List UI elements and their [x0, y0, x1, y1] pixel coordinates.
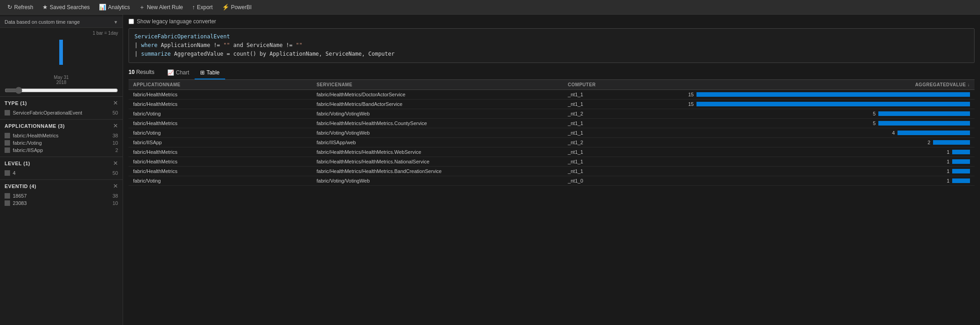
- cell-servicename: fabric/Voting/VotingWeb: [312, 176, 563, 185]
- query-box[interactable]: ServiceFabricOperationalEvent | where Ap…: [129, 28, 975, 63]
- cell-servicename: fabric/HealthMetrics/HealthMetrics.WebSe…: [312, 147, 563, 157]
- bar-cell: 5: [685, 111, 970, 116]
- filter-item-count: 10: [113, 200, 118, 206]
- filter-close-applicationname[interactable]: ✕: [113, 122, 118, 129]
- cell-aggregatedvalue: 15: [680, 99, 975, 109]
- bar-cell: 1: [685, 159, 970, 164]
- table-row[interactable]: fabric/HealthMetricsfabric/HealthMetrics…: [129, 166, 975, 176]
- cell-applicationname: fabric/HealthMetrics: [129, 118, 312, 128]
- table-row[interactable]: fabric/Votingfabric/Voting/VotingWeb_nt1…: [129, 128, 975, 137]
- cell-servicename: fabric/HealthMetrics/DoctorActorService: [312, 89, 563, 99]
- cell-computer: _nt1_1: [563, 99, 680, 109]
- table-row[interactable]: fabric/HealthMetricsfabric/HealthMetrics…: [129, 89, 975, 99]
- filter-close-level[interactable]: ✕: [113, 160, 118, 167]
- cell-servicename: fabric/IISApp/web: [312, 137, 563, 147]
- cell-computer: _nt1_2: [563, 137, 680, 147]
- time-range-header[interactable]: Data based on custom time range ▼: [0, 16, 123, 28]
- cell-applicationname: fabric/HealthMetrics: [129, 89, 312, 99]
- col-computer: COMPUTER: [563, 80, 680, 90]
- col-servicename: SERVICENAME: [312, 80, 563, 90]
- histogram-canvas: [5, 37, 118, 74]
- bar-visual: [952, 159, 970, 164]
- new-alert-button[interactable]: ＋ New Alert Rule: [135, 1, 186, 13]
- tab-table[interactable]: ⊞ Table: [195, 68, 225, 79]
- analytics-button[interactable]: 📊 Analytics: [95, 2, 134, 12]
- bar-visual: [878, 121, 970, 126]
- cell-applicationname: fabric/Voting: [129, 128, 312, 137]
- table-row[interactable]: fabric/HealthMetricsfabric/HealthMetrics…: [129, 147, 975, 157]
- bar-value-label: 4: [886, 130, 895, 136]
- filter-close-eventid[interactable]: ✕: [113, 183, 118, 189]
- cell-applicationname: fabric/Voting: [129, 109, 312, 118]
- cell-applicationname: fabric/HealthMetrics: [129, 166, 312, 176]
- cell-computer: _nt1_1: [563, 118, 680, 128]
- content-area: Show legacy language converter ServiceFa…: [123, 15, 980, 325]
- col-aggregatedvalue: AGGREGATEDVALUE ↓: [680, 80, 975, 90]
- filter-item[interactable]: fabric:/IISApp2: [5, 147, 118, 154]
- bar-visual: [696, 102, 970, 106]
- filter-item-left: 23083: [5, 200, 27, 206]
- filter-item[interactable]: fabric:/Voting10: [5, 139, 118, 147]
- table-tab-label: Table: [206, 69, 220, 76]
- chart-icon: 📈: [167, 69, 174, 76]
- cell-applicationname: fabric/Voting: [129, 176, 312, 185]
- bar-value-label: 15: [685, 92, 694, 97]
- filter-close-type[interactable]: ✕: [113, 100, 118, 106]
- bar-visual: [952, 169, 970, 173]
- filter-item-name: 18657: [13, 193, 27, 199]
- analytics-icon: 📊: [99, 4, 106, 10]
- bar-value-label: 5: [867, 121, 876, 126]
- chart-tab-label: Chart: [176, 69, 189, 76]
- results-table: APPLICATIONNAME SERVICENAME COMPUTER AGG…: [129, 80, 975, 186]
- bar-cell: 4: [685, 130, 970, 136]
- histogram-date: May 312018: [5, 75, 118, 85]
- results-count: 10 Results: [129, 69, 155, 78]
- bar-cell: 15: [685, 101, 970, 107]
- filter-item[interactable]: 1865738: [5, 192, 118, 199]
- cell-computer: _nt1_1: [563, 147, 680, 157]
- legacy-checkbox[interactable]: [129, 19, 134, 24]
- toolbar: ↻ Refresh ★ Saved Searches 📊 Analytics ＋…: [0, 0, 980, 15]
- table-header: APPLICATIONNAME SERVICENAME COMPUTER AGG…: [129, 80, 975, 90]
- new-alert-label: New Alert Rule: [147, 4, 183, 10]
- cell-servicename: fabric/HealthMetrics/HealthMetrics.BandC…: [312, 166, 563, 176]
- filter-item[interactable]: 450: [5, 169, 118, 177]
- powerbi-button[interactable]: ⚡ PowerBI: [218, 2, 255, 12]
- bar-visual: [696, 92, 970, 97]
- table-row[interactable]: fabric/HealthMetricsfabric/HealthMetrics…: [129, 118, 975, 128]
- table-body: fabric/HealthMetricsfabric/HealthMetrics…: [129, 89, 975, 185]
- cell-computer: _nt1_1: [563, 157, 680, 166]
- table-row[interactable]: fabric/HealthMetricsfabric/HealthMetrics…: [129, 99, 975, 109]
- cell-aggregatedvalue: 1: [680, 147, 975, 157]
- filter-item[interactable]: fabric:/HealthMetrics38: [5, 132, 118, 139]
- filter-title-applicationname: APPLICATIONNAME (3): [5, 123, 65, 129]
- filter-checkbox-icon: [5, 140, 10, 146]
- cell-computer: _nt1_1: [563, 128, 680, 137]
- filter-header-level: LEVEL (1)✕: [5, 160, 118, 167]
- filter-checkbox-icon: [5, 170, 10, 176]
- filter-item-name: 4: [13, 170, 15, 176]
- table-row[interactable]: fabric/Votingfabric/Voting/VotingWeb_nt1…: [129, 109, 975, 118]
- table-row[interactable]: fabric/HealthMetricsfabric/HealthMetrics…: [129, 157, 975, 166]
- table-row[interactable]: fabric/Votingfabric/Voting/VotingWeb_nt1…: [129, 176, 975, 185]
- refresh-button[interactable]: ↻ Refresh: [4, 2, 37, 12]
- cell-servicename: fabric/Voting/VotingWeb: [312, 109, 563, 118]
- saved-searches-button[interactable]: ★ Saved Searches: [39, 2, 93, 12]
- tab-chart[interactable]: 📈 Chart: [162, 68, 195, 79]
- powerbi-icon: ⚡: [222, 4, 229, 10]
- cell-aggregatedvalue: 2: [680, 137, 975, 147]
- star-icon: ★: [42, 4, 48, 10]
- filter-title-type: TYPE (1): [5, 100, 27, 106]
- table-row[interactable]: fabric/IISAppfabric/IISApp/web_nt1_22: [129, 137, 975, 147]
- export-button[interactable]: ↑ Export: [189, 2, 217, 12]
- table-scroll-area[interactable]: APPLICATIONNAME SERVICENAME COMPUTER AGG…: [129, 80, 975, 321]
- histogram-slider[interactable]: [5, 87, 118, 94]
- bar-value-label: 2: [921, 140, 930, 145]
- filter-item[interactable]: 2308310: [5, 199, 118, 207]
- filter-item[interactable]: ServiceFabricOperationalEvent50: [5, 109, 118, 116]
- filter-item-left: 18657: [5, 193, 27, 199]
- bar-value-label: 1: [940, 178, 949, 183]
- analytics-label: Analytics: [108, 4, 130, 10]
- cell-applicationname: fabric/HealthMetrics: [129, 147, 312, 157]
- filter-header-type: TYPE (1)✕: [5, 100, 118, 106]
